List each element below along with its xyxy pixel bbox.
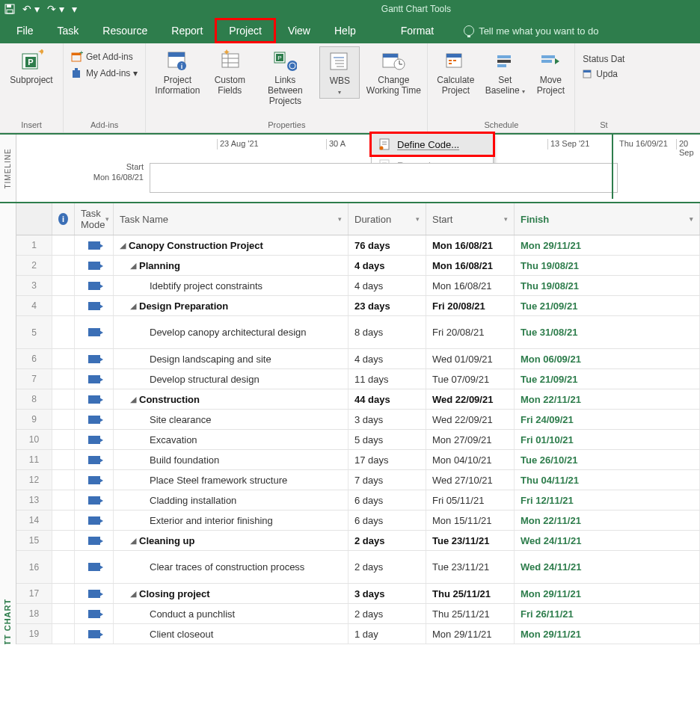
collapse-icon[interactable]: ◢ [130,589,136,599]
row-number[interactable]: 6 [16,349,52,368]
row-number[interactable]: 9 [16,410,52,429]
row-task-name[interactable]: ◢Construction [114,389,349,409]
row-duration[interactable]: 6 days [349,490,426,510]
table-row[interactable]: 5Develop canopy architectural design8 da… [16,316,700,349]
row-task-mode[interactable] [75,256,114,275]
row-task-name[interactable]: Design landscaping and site [114,349,349,368]
row-task-mode[interactable] [75,235,114,255]
row-number[interactable]: 15 [16,531,52,550]
row-task-mode[interactable] [75,470,114,490]
row-duration[interactable]: 17 days [349,450,426,469]
collapse-icon[interactable]: ◢ [130,261,136,271]
row-task-name[interactable]: ◢Closing project [114,584,349,603]
tab-format[interactable]: Format [389,18,446,43]
row-task-mode[interactable] [75,624,114,644]
tab-view[interactable]: View [276,18,322,43]
table-row[interactable]: 17◢Closing project3 daysThu 25/11/21Mon … [16,584,700,604]
row-finish[interactable]: Tue 21/09/21 [515,296,700,315]
table-row[interactable]: 9Site clearance3 daysWed 22/09/21Fri 24/… [16,410,700,430]
row-number[interactable]: 16 [16,551,52,583]
table-row[interactable]: 1◢Canopy Construction Project76 daysMon … [16,235,700,256]
row-number[interactable]: 3 [16,276,52,295]
row-start[interactable]: Mon 29/11/21 [426,624,515,644]
set-baseline-button[interactable]: Set Baseline ▾ [483,46,526,97]
row-task-mode[interactable] [75,430,114,449]
table-row[interactable]: 12Place Steel framework structure7 daysW… [16,470,700,490]
row-duration[interactable]: 1 day [349,624,426,644]
row-number[interactable]: 10 [16,430,52,449]
row-finish[interactable]: Mon 29/11/21 [515,624,700,644]
row-start[interactable]: Mon 27/09/21 [426,430,515,449]
row-number[interactable]: 4 [16,296,52,315]
row-start[interactable]: Tue 07/09/21 [426,369,515,389]
row-start[interactable]: Wed 22/09/21 [426,389,515,409]
row-task-name[interactable]: Excavation [114,430,349,449]
change-working-time-button[interactable]: Change Working Time [364,46,423,96]
collapse-icon[interactable]: ◢ [130,536,136,546]
table-row[interactable]: 10Excavation5 daysMon 27/09/21Fri 01/10/… [16,430,700,450]
redo-icon[interactable]: ↷ ▾ [47,3,64,15]
row-finish[interactable]: Tue 26/10/21 [515,450,700,469]
row-start[interactable]: Mon 16/08/21 [426,235,515,255]
row-task-name[interactable]: Client closeout [114,624,349,644]
table-row[interactable]: 11Build foundation17 daysMon 04/10/21Tue… [16,450,700,470]
row-start[interactable]: Wed 01/09/21 [426,349,515,368]
row-duration[interactable]: 11 days [349,369,426,389]
row-duration[interactable]: 7 days [349,470,426,490]
row-start[interactable]: Fri 20/08/21 [426,296,515,315]
tab-file[interactable]: File [4,18,46,43]
header-finish[interactable]: Finish▾ [515,203,700,235]
row-duration[interactable]: 76 days [349,235,426,255]
row-number[interactable]: 18 [16,604,52,623]
header-row-selector[interactable] [16,203,52,235]
row-duration[interactable]: 23 days [349,296,426,315]
row-task-name[interactable]: Conduct a punchlist [114,604,349,623]
row-finish[interactable]: Mon 22/11/21 [515,389,700,409]
row-task-mode[interactable] [75,276,114,295]
row-number[interactable]: 14 [16,510,52,530]
collapse-icon[interactable]: ◢ [130,395,136,404]
row-finish[interactable]: Mon 06/09/21 [515,349,700,368]
row-finish[interactable]: Thu 19/08/21 [515,276,700,295]
row-task-name[interactable]: Clear traces of construction process [114,551,349,583]
row-start[interactable]: Fri 05/11/21 [426,490,515,510]
tab-help[interactable]: Help [322,18,368,43]
row-finish[interactable]: Fri 26/11/21 [515,604,700,623]
get-addins-button[interactable]: + Get Add-ins [68,49,141,64]
subproject-button[interactable]: P✦ Subproject [4,46,58,85]
row-start[interactable]: Tue 23/11/21 [426,551,515,583]
table-row[interactable]: 14Exterior and interior finishing6 daysM… [16,510,700,531]
row-start[interactable]: Wed 27/10/21 [426,470,515,490]
row-finish[interactable]: Thu 19/08/21 [515,256,700,275]
wbs-define-code-item[interactable]: Define Code... [369,132,495,157]
header-task-name[interactable]: Task Name▾ [114,203,349,235]
row-task-name[interactable]: ◢Canopy Construction Project [114,235,349,255]
row-number[interactable]: 5 [16,316,52,348]
links-between-projects-button[interactable]: P Links Between Projects [255,46,315,106]
row-duration[interactable]: 2 days [349,551,426,583]
table-row[interactable]: 4◢Design Preparation23 daysFri 20/08/21T… [16,296,700,316]
row-duration[interactable]: 44 days [349,389,426,409]
row-number[interactable]: 7 [16,369,52,389]
row-task-mode[interactable] [75,604,114,623]
row-finish[interactable]: Thu 04/11/21 [515,470,700,490]
tab-project[interactable]: Project [215,18,276,43]
row-task-name[interactable]: Idebtify project constraints [114,276,349,295]
timeline-bar[interactable] [150,163,618,193]
project-information-button[interactable]: i Project Information [150,46,204,96]
row-start[interactable]: Fri 20/08/21 [426,316,515,348]
table-row[interactable]: 2◢Planning4 daysMon 16/08/21Thu 19/08/21 [16,256,700,276]
row-number[interactable]: 17 [16,584,52,603]
row-task-name[interactable]: ◢Design Preparation [114,296,349,315]
row-start[interactable]: Thu 25/11/21 [426,604,515,623]
row-duration[interactable]: 2 days [349,531,426,550]
row-task-mode[interactable] [75,296,114,315]
row-start[interactable]: Mon 04/10/21 [426,450,515,469]
row-task-mode[interactable] [75,410,114,429]
row-duration[interactable]: 4 days [349,276,426,295]
row-finish[interactable]: Fri 24/09/21 [515,410,700,429]
tab-resource[interactable]: Resource [90,18,159,43]
row-duration[interactable]: 5 days [349,430,426,449]
row-number[interactable]: 12 [16,470,52,490]
row-duration[interactable]: 8 days [349,316,426,348]
